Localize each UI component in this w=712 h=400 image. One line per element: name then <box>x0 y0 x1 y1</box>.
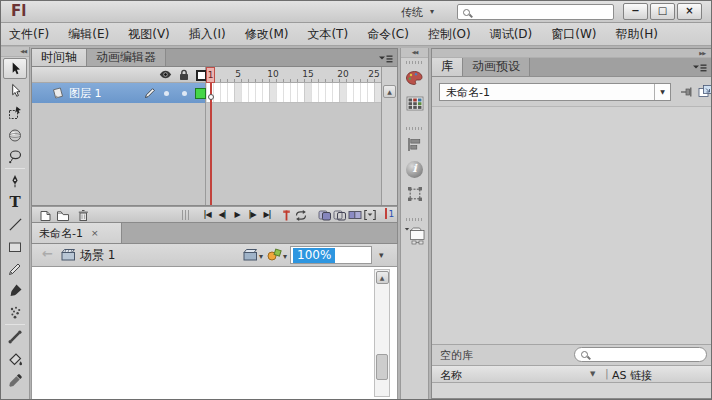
paint-bucket-tool[interactable] <box>3 348 27 369</box>
tab-timeline[interactable]: 时间轴 <box>32 49 87 66</box>
collapse-to-icons-icon[interactable]: ▶▶ <box>699 50 705 57</box>
deco-spray-tool[interactable] <box>3 302 27 323</box>
dock-gripper <box>406 127 424 130</box>
lock-all-layers-icon[interactable] <box>179 69 189 81</box>
transform-panel-button[interactable] <box>402 182 427 206</box>
pen-tool[interactable] <box>3 170 27 191</box>
tab-library[interactable]: 库 <box>432 58 463 76</box>
edit-multiple-frames-button[interactable] <box>347 208 363 222</box>
layer-lock-dot[interactable] <box>182 91 187 96</box>
swatches-panel-button[interactable] <box>402 91 427 115</box>
stage-vertical-scrollbar[interactable]: ▲ <box>374 269 390 397</box>
document-tab[interactable]: 未命名-1 × <box>32 223 122 243</box>
timeline-panel-menu-icon[interactable] <box>379 54 393 64</box>
tools-divider <box>5 168 25 169</box>
free-transform-tool[interactable] <box>3 102 27 123</box>
playhead-line[interactable] <box>210 83 212 205</box>
menu-bar: 文件(F) 编辑(E) 视图(V) 插入(I) 修改(M) 文本(T) 命令(C… <box>1 23 711 46</box>
pin-library-button[interactable] <box>680 86 693 98</box>
library-search-input[interactable] <box>592 349 712 360</box>
zoom-dropdown-icon[interactable]: ▾ <box>379 250 384 260</box>
rectangle-tool[interactable] <box>3 236 27 257</box>
frame-ruler[interactable]: 1 5 10 15 20 25 <box>206 67 381 83</box>
components-panel-button[interactable] <box>402 223 427 247</box>
center-frame-button[interactable] <box>278 208 294 222</box>
step-back-button[interactable]: ◀| <box>215 208 229 222</box>
bone-tool[interactable] <box>3 326 27 347</box>
color-panel-button[interactable] <box>402 66 427 90</box>
eraser-tool[interactable] <box>3 392 27 400</box>
edit-symbol-button[interactable]: ▾ <box>267 248 287 261</box>
align-panel-button[interactable] <box>402 132 427 156</box>
close-tab-icon[interactable]: × <box>91 228 99 238</box>
library-document-dropdown[interactable]: 未命名-1 ▼ <box>439 83 671 101</box>
global-search-box[interactable] <box>457 4 614 20</box>
scroll-up-button[interactable]: ▲ <box>376 271 389 284</box>
global-search-input[interactable] <box>474 6 613 18</box>
layer-outline-color-swatch[interactable] <box>195 88 206 99</box>
menu-item-modify[interactable]: 修改(M) <box>240 23 294 45</box>
play-button[interactable]: ▶ <box>230 208 244 222</box>
library-panel-menu-icon[interactable] <box>693 63 707 73</box>
menu-item-text[interactable]: 文本(T) <box>302 23 353 45</box>
timeline-scrollbar[interactable]: ▲ <box>381 67 397 205</box>
goto-first-frame-button[interactable]: |◀ <box>200 208 214 222</box>
onion-skin-outlines-button[interactable] <box>332 208 348 222</box>
menu-item-window[interactable]: 窗口(W) <box>546 23 601 45</box>
tab-motion-editor[interactable]: 动画编辑器 <box>87 49 166 66</box>
subselection-tool[interactable] <box>3 80 27 101</box>
library-search-box[interactable] <box>574 347 707 362</box>
layer-frame-row[interactable] <box>206 83 381 103</box>
selection-tool[interactable] <box>3 58 27 79</box>
column-header-as-linkage[interactable]: AS 链接 <box>612 368 652 383</box>
scrollbar-thumb[interactable] <box>376 354 388 380</box>
scroll-up-button[interactable]: ▲ <box>383 85 396 98</box>
info-panel-button[interactable]: i <box>402 157 427 181</box>
column-header-name[interactable]: 名称 <box>440 368 462 383</box>
layer-name[interactable]: 图层 1 <box>69 86 102 101</box>
loop-button[interactable] <box>293 208 309 222</box>
goto-last-frame-button[interactable]: ▶| <box>260 208 274 222</box>
collapse-tools-icon[interactable]: ◀◀ <box>1 47 29 57</box>
workspace-switcher[interactable]: 传统 ▾ <box>395 4 440 20</box>
menu-item-debug[interactable]: 调试(D) <box>485 23 538 45</box>
new-folder-button[interactable] <box>55 208 71 222</box>
line-tool[interactable] <box>3 214 27 235</box>
show-hide-all-layers-icon[interactable] <box>159 70 172 79</box>
menu-item-view[interactable]: 视图(V) <box>123 23 175 45</box>
maximize-button[interactable]: □ <box>650 3 675 20</box>
menu-item-edit[interactable]: 编辑(E) <box>63 23 114 45</box>
stage-canvas[interactable]: ▲ <box>31 267 398 399</box>
3d-rotation-tool[interactable] <box>3 124 27 145</box>
text-tool[interactable]: T <box>3 192 27 213</box>
dropdown-arrow-icon[interactable]: ▼ <box>654 84 670 100</box>
menu-item-control[interactable]: 控制(O) <box>423 23 476 45</box>
back-arrow-icon[interactable]: ← <box>42 246 53 261</box>
clapperboard-icon <box>243 248 258 261</box>
playhead-marker[interactable]: 1 <box>206 67 215 83</box>
delete-layer-button[interactable] <box>75 208 91 222</box>
step-forward-button[interactable]: |▶ <box>245 208 259 222</box>
minimize-button[interactable]: − <box>623 3 648 20</box>
menu-item-help[interactable]: 帮助(H) <box>611 23 663 45</box>
tab-motion-presets[interactable]: 动画预设 <box>463 58 530 76</box>
eyedropper-tool[interactable] <box>3 370 27 391</box>
close-button[interactable]: × <box>677 3 702 20</box>
modify-markers-button[interactable] <box>362 208 378 222</box>
edit-scene-button[interactable]: ▾ <box>243 248 263 261</box>
brush-tool[interactable] <box>3 280 27 301</box>
menu-item-file[interactable]: 文件(F) <box>4 23 54 45</box>
lasso-tool[interactable] <box>3 146 27 167</box>
expand-panels-icon[interactable]: ◀◀ <box>401 48 428 58</box>
onion-skin-button[interactable] <box>317 208 333 222</box>
menu-item-commands[interactable]: 命令(C) <box>362 23 414 45</box>
new-library-panel-button[interactable] <box>698 84 712 98</box>
new-layer-button[interactable] <box>37 208 53 222</box>
zoom-level-combo[interactable]: 100% <box>290 246 372 264</box>
menu-item-insert[interactable]: 插入(I) <box>184 23 231 45</box>
layer-visibility-dot[interactable] <box>164 91 169 96</box>
pencil-tool[interactable] <box>3 258 27 279</box>
column-divider: | <box>605 367 609 380</box>
empty-keyframe-icon[interactable] <box>208 94 214 100</box>
layer-row[interactable]: 图层 1 <box>32 83 205 103</box>
